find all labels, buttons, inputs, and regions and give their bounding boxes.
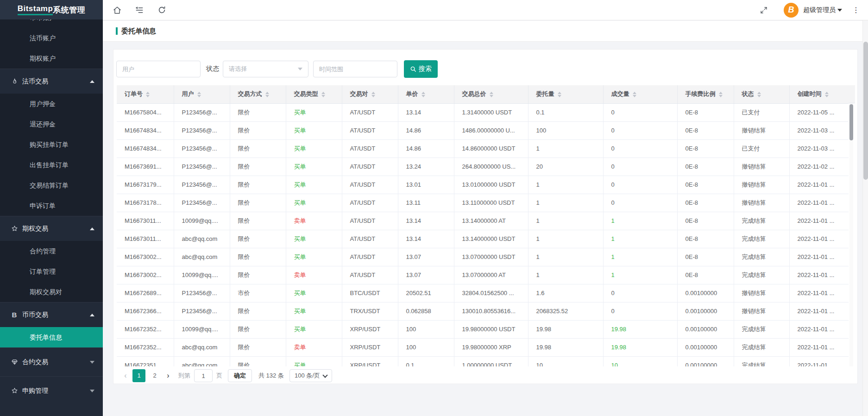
table-cell: 买单 bbox=[286, 158, 342, 176]
table-scrollbar-thumb[interactable] bbox=[849, 104, 853, 140]
page-button-2[interactable]: 2 bbox=[148, 369, 161, 382]
table-row[interactable]: M16675804...P123456@...限价买单AT/USDT13.141… bbox=[117, 103, 849, 121]
sidebar-item[interactable]: 申诉订单 bbox=[0, 195, 103, 216]
sidebar-item[interactable]: 购买挂单订单 bbox=[0, 134, 103, 155]
table-row[interactable]: M16672689...P123456@...市价买单BTC/USDT20502… bbox=[117, 284, 849, 302]
status-filter-label: 状态 bbox=[206, 65, 219, 73]
table-row[interactable]: M16672366...P123456@...限价买单TRX/USDT0.062… bbox=[117, 302, 849, 320]
fullscreen-icon[interactable] bbox=[760, 6, 768, 14]
table-row[interactable]: M16673011...10099@qq....限价卖单AT/USDT13.14… bbox=[117, 212, 849, 230]
sort-icon[interactable] bbox=[757, 92, 761, 97]
table-row[interactable]: M16673178...P123456@...限价买单AT/USDT13.111… bbox=[117, 194, 849, 212]
window-scrollbar-thumb[interactable] bbox=[863, 42, 868, 180]
sidebar-item[interactable]: 合约管理 bbox=[0, 241, 103, 261]
sidebar-group[interactable]: B币币交易 bbox=[0, 302, 103, 327]
sort-icon[interactable] bbox=[490, 92, 493, 97]
brand-name: Bitstamp bbox=[18, 4, 53, 15]
sidebar-item[interactable]: 法币账户 bbox=[0, 28, 103, 48]
column-header[interactable]: 委托量 bbox=[528, 85, 603, 103]
table-row[interactable]: M16673002...abc@qq.com限价买单AT/USDT13.0713… bbox=[117, 248, 849, 266]
column-header[interactable]: 交易对 bbox=[342, 85, 398, 103]
sort-icon[interactable] bbox=[633, 92, 636, 97]
column-header[interactable]: 状态 bbox=[734, 85, 789, 103]
table-cell: 130010.80553616... bbox=[454, 302, 528, 320]
sort-icon[interactable] bbox=[825, 92, 829, 97]
table-cell: 1 bbox=[603, 230, 677, 248]
time-range-input[interactable] bbox=[313, 61, 397, 77]
sort-icon[interactable] bbox=[146, 92, 150, 97]
table-row[interactable]: M16673691...P123456@...限价买单AT/USDT13.242… bbox=[117, 158, 849, 176]
column-header[interactable]: 交易总价 bbox=[454, 85, 528, 103]
next-page-icon[interactable]: › bbox=[163, 372, 174, 380]
search-button[interactable]: 搜索 bbox=[404, 60, 438, 78]
sort-icon[interactable] bbox=[421, 92, 425, 97]
sidebar-item[interactable]: 交易结算订单 bbox=[0, 175, 103, 195]
table-cell: 限价 bbox=[230, 230, 286, 248]
table-row[interactable]: M16673011...abc@qq.com限价买单AT/USDT13.1413… bbox=[117, 230, 849, 248]
table-cell: 13.14 bbox=[398, 212, 454, 230]
sidebar-group-label: 申购管理 bbox=[22, 387, 90, 395]
home-icon[interactable] bbox=[112, 5, 122, 15]
user-avatar-bitcoin[interactable]: B bbox=[784, 3, 799, 18]
table-row[interactable]: M16673179...P123456@...限价买单AT/USDT13.011… bbox=[117, 176, 849, 194]
table-cell: 10099@qq.... bbox=[174, 266, 230, 284]
column-header[interactable]: 订单号 bbox=[117, 85, 174, 103]
sidebar-group[interactable]: 期权交易 bbox=[0, 216, 103, 241]
page-button-1[interactable]: 1 bbox=[132, 369, 145, 382]
sort-icon[interactable] bbox=[558, 92, 561, 97]
column-header[interactable]: 手续费比例 bbox=[677, 85, 734, 103]
kebab-menu-icon[interactable]: ⋮ bbox=[852, 6, 860, 14]
table-cell: M16672366... bbox=[117, 302, 174, 320]
sort-icon[interactable] bbox=[197, 92, 201, 97]
table-row[interactable]: M16674834...P123456@...限价买单AT/USDT14.861… bbox=[117, 139, 849, 158]
sidebar-item[interactable]: 退还押金 bbox=[0, 114, 103, 134]
sidebar-item[interactable]: 币币账户 bbox=[0, 19, 103, 28]
window-scrollbar[interactable] bbox=[862, 20, 868, 416]
column-header[interactable]: 交易方式 bbox=[230, 85, 286, 103]
column-header[interactable]: 用户 bbox=[174, 85, 230, 103]
table-row[interactable]: M16673002...10099@qq....限价卖单AT/USDT13.07… bbox=[117, 266, 849, 284]
confirm-page-button[interactable]: 确定 bbox=[228, 369, 252, 382]
column-header[interactable]: 交易类型 bbox=[286, 85, 342, 103]
column-header[interactable]: 创建时间 bbox=[789, 85, 849, 103]
sort-icon[interactable] bbox=[371, 92, 375, 97]
column-header-label: 创建时间 bbox=[798, 90, 822, 97]
table-cell: M16673002... bbox=[117, 248, 174, 266]
collapse-menu-icon[interactable] bbox=[134, 5, 145, 15]
column-header[interactable]: 单价 bbox=[398, 85, 454, 103]
prev-page-icon[interactable]: ‹ bbox=[120, 372, 131, 380]
topbar: B 超级管理员 ⋮ bbox=[103, 0, 868, 20]
sort-icon[interactable] bbox=[265, 92, 269, 97]
sidebar-item[interactable]: 用户押金 bbox=[0, 94, 103, 114]
table-cell: 限价 bbox=[230, 194, 286, 212]
sidebar-submenu: 委托单信息 bbox=[0, 327, 103, 347]
column-header[interactable]: 成交量 bbox=[603, 85, 677, 103]
user-filter-input[interactable] bbox=[116, 61, 201, 77]
sidebar-group[interactable]: 申购管理 bbox=[0, 376, 103, 405]
goto-page-input[interactable] bbox=[194, 369, 213, 382]
sidebar-item[interactable]: 出售挂单订单 bbox=[0, 155, 103, 175]
sort-icon[interactable] bbox=[719, 92, 723, 97]
page-unit-label: 页 bbox=[216, 372, 222, 380]
table-cell: 1 bbox=[528, 248, 603, 266]
sidebar-group[interactable]: 法币交易 bbox=[0, 69, 103, 94]
sidebar-item[interactable]: 订单管理 bbox=[0, 261, 103, 282]
sidebar-item[interactable]: 期权交易对 bbox=[0, 282, 103, 302]
sort-icon[interactable] bbox=[321, 92, 325, 97]
table-scrollbar[interactable] bbox=[849, 103, 853, 366]
column-header-label: 用户 bbox=[182, 90, 194, 97]
user-menu[interactable]: 超级管理员 bbox=[803, 6, 842, 14]
page-size-select[interactable]: 100 条/页 bbox=[289, 369, 332, 382]
table-cell: 撤销结算 bbox=[734, 121, 789, 139]
sidebar-group-label: 期权交易 bbox=[22, 225, 90, 233]
table-cell: 13.07000000 AT bbox=[454, 266, 528, 284]
table-row[interactable]: M16672352...10099@qq....限价买单XRP/USDT1001… bbox=[117, 320, 849, 338]
sidebar-item-active[interactable]: 委托单信息 bbox=[0, 327, 103, 347]
sidebar-group[interactable]: 合约交易 bbox=[0, 347, 103, 376]
table-row[interactable]: M16674834...P123456@...限价买单AT/USDT14.861… bbox=[117, 121, 849, 139]
status-filter-select[interactable]: 请选择 bbox=[223, 61, 308, 77]
table-row[interactable]: M16672352...abc@qq.com限价卖单XRP/USDT10019.… bbox=[117, 338, 849, 356]
refresh-icon[interactable] bbox=[157, 5, 167, 15]
table-row[interactable]: M16672351...abc@qq.com限价买单XRP/USDT0.11.0… bbox=[117, 356, 849, 366]
sidebar-item[interactable]: 期权账户 bbox=[0, 48, 103, 69]
